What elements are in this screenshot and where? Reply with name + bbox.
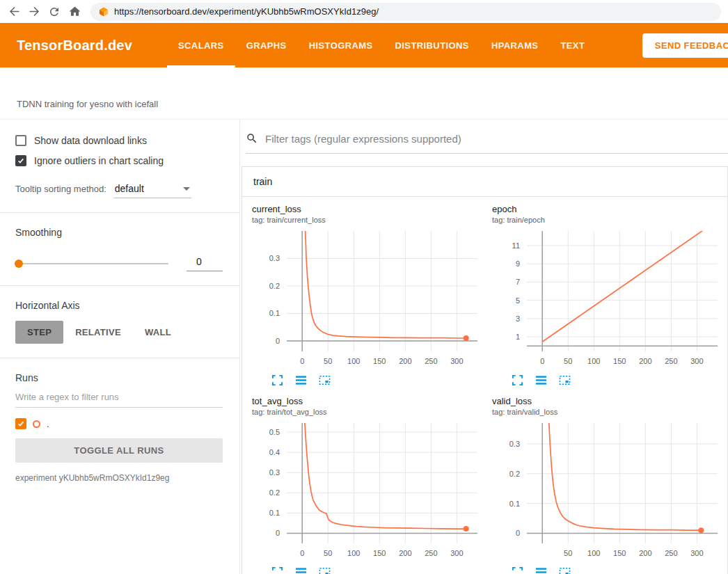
chart-tag: tag: train/tot_avg_loss bbox=[252, 408, 492, 416]
reload-icon[interactable] bbox=[47, 5, 61, 19]
ignore-outliers-row[interactable]: Ignore outliers in chart scaling bbox=[15, 155, 223, 166]
chart-title: epoch bbox=[492, 204, 728, 214]
url-text[interactable]: https://tensorboard.dev/experiment/yKUbh… bbox=[114, 6, 379, 17]
slider-thumb[interactable] bbox=[15, 260, 23, 268]
chart-toolbar bbox=[512, 566, 728, 574]
ignore-outliers-checkbox[interactable] bbox=[15, 155, 26, 166]
svg-text:200: 200 bbox=[399, 549, 411, 557]
svg-text:300: 300 bbox=[450, 357, 463, 365]
show-download-links-label: Show data download links bbox=[34, 135, 147, 146]
axis-step-button[interactable]: STEP bbox=[15, 321, 63, 344]
svg-text:100: 100 bbox=[587, 549, 600, 557]
fit-domain-icon[interactable] bbox=[559, 374, 571, 386]
show-download-links-checkbox[interactable] bbox=[15, 135, 26, 146]
svg-text:1: 1 bbox=[516, 333, 520, 341]
app-header: TensorBoard.dev SCALARS GRAPHS HISTOGRAM… bbox=[0, 23, 728, 67]
train-group-card: train current_loss tag: train/current_lo… bbox=[242, 166, 728, 574]
filter-tags-input[interactable] bbox=[265, 133, 728, 145]
chart-tag: tag: train/valid_loss bbox=[492, 408, 728, 416]
chart-canvas[interactable]: 05010015020025030000.10.20.3 bbox=[252, 227, 492, 372]
back-icon[interactable] bbox=[7, 5, 21, 19]
home-icon[interactable] bbox=[68, 5, 81, 19]
svg-text:0: 0 bbox=[300, 357, 304, 365]
address-bar[interactable]: https://tensorboard.dev/experiment/yKUbh… bbox=[90, 3, 721, 21]
svg-text:0.3: 0.3 bbox=[269, 254, 280, 262]
axis-wall-button[interactable]: WALL bbox=[133, 321, 183, 344]
chart-toolbar bbox=[271, 374, 492, 386]
smoothing-slider[interactable] bbox=[15, 263, 168, 264]
settings-sidebar: Show data download links Ignore outliers… bbox=[0, 120, 240, 574]
svg-text:200: 200 bbox=[639, 549, 651, 557]
svg-text:0: 0 bbox=[276, 529, 280, 537]
axis-relative-button[interactable]: RELATIVE bbox=[63, 321, 133, 344]
svg-text:0.3: 0.3 bbox=[269, 468, 280, 477]
content: Show data download links Ignore outliers… bbox=[0, 119, 728, 574]
expand-chart-icon[interactable] bbox=[512, 566, 523, 574]
run-name: . bbox=[47, 419, 49, 429]
svg-text:250: 250 bbox=[425, 357, 437, 365]
fit-domain-icon[interactable] bbox=[319, 374, 331, 386]
svg-text:100: 100 bbox=[587, 357, 600, 365]
svg-text:0.2: 0.2 bbox=[269, 282, 280, 290]
tab-hparams[interactable]: HPARAMS bbox=[480, 23, 550, 67]
expand-chart-icon[interactable] bbox=[271, 566, 283, 574]
horizontal-axis-label: Horizontal Axis bbox=[15, 300, 223, 311]
chevron-down-icon bbox=[183, 187, 190, 191]
svg-text:100: 100 bbox=[347, 549, 360, 557]
run-color-swatch bbox=[33, 420, 40, 428]
show-download-links-row[interactable]: Show data download links bbox=[15, 135, 223, 146]
svg-text:150: 150 bbox=[613, 549, 626, 557]
tab-scalars[interactable]: SCALARS bbox=[167, 23, 235, 67]
tab-graphs[interactable]: GRAPHS bbox=[235, 23, 298, 67]
filter-tags-row bbox=[246, 128, 728, 154]
tooltip-sorting-dropdown[interactable]: default bbox=[113, 183, 191, 198]
forward-icon[interactable] bbox=[27, 5, 41, 19]
toggle-all-runs-button[interactable]: TOGGLE ALL RUNS bbox=[15, 438, 223, 463]
check-icon bbox=[17, 420, 25, 428]
runs-label: Runs bbox=[15, 372, 223, 383]
data-series-icon[interactable] bbox=[295, 566, 307, 574]
data-series-icon[interactable] bbox=[295, 374, 307, 386]
search-icon bbox=[246, 132, 258, 145]
svg-text:200: 200 bbox=[639, 357, 651, 365]
check-icon bbox=[17, 157, 25, 165]
svg-text:50: 50 bbox=[324, 357, 332, 365]
smoothing-value[interactable]: 0 bbox=[187, 256, 223, 271]
svg-text:50: 50 bbox=[324, 549, 332, 557]
data-series-icon[interactable] bbox=[535, 566, 547, 574]
svg-text:0: 0 bbox=[516, 529, 520, 537]
svg-text:11: 11 bbox=[512, 241, 520, 250]
svg-text:5: 5 bbox=[516, 296, 520, 305]
tab-histograms[interactable]: HISTOGRAMS bbox=[298, 23, 384, 67]
chart-block-tot-avg-loss: tot_avg_loss tag: train/tot_avg_loss 050… bbox=[252, 396, 492, 574]
chart-canvas[interactable]: 05010015020025030000.10.20.30.40.5 bbox=[252, 419, 492, 564]
fit-domain-icon[interactable] bbox=[319, 566, 331, 574]
run-checkbox[interactable] bbox=[15, 418, 26, 429]
svg-text:50: 50 bbox=[564, 549, 572, 557]
runs-filter-input[interactable] bbox=[15, 388, 223, 408]
chart-block-epoch: epoch tag: train/epoch 05010015020025030… bbox=[492, 204, 728, 389]
svg-text:300: 300 bbox=[690, 357, 703, 365]
expand-chart-icon[interactable] bbox=[512, 374, 523, 386]
tab-distributions[interactable]: DISTRIBUTIONS bbox=[384, 23, 480, 67]
chart-toolbar bbox=[512, 374, 728, 386]
chart-tag: tag: train/current_loss bbox=[252, 216, 492, 224]
chart-canvas[interactable]: 5010015020025030000.10.20.3 bbox=[492, 419, 728, 564]
chart-title: tot_avg_loss bbox=[252, 396, 492, 406]
chart-canvas[interactable]: 0501001502002503001357911 bbox=[492, 227, 728, 372]
svg-text:0.3: 0.3 bbox=[509, 440, 520, 448]
train-group-header[interactable]: train bbox=[242, 167, 727, 197]
send-feedback-button[interactable]: SEND FEEDBACK bbox=[642, 33, 728, 58]
svg-text:0.2: 0.2 bbox=[509, 470, 520, 478]
run-row[interactable]: . bbox=[15, 418, 223, 429]
tab-text[interactable]: TEXT bbox=[549, 23, 596, 67]
svg-text:50: 50 bbox=[564, 357, 572, 365]
chart-title: valid_loss bbox=[492, 396, 728, 406]
svg-text:0: 0 bbox=[300, 549, 304, 557]
expand-chart-icon[interactable] bbox=[271, 374, 283, 386]
data-series-icon[interactable] bbox=[535, 374, 547, 386]
fit-domain-icon[interactable] bbox=[559, 566, 571, 574]
browser-toolbar: https://tensorboard.dev/experiment/yKUbh… bbox=[0, 0, 728, 23]
svg-text:300: 300 bbox=[690, 549, 703, 557]
axis-button-group: STEP RELATIVE WALL bbox=[15, 321, 223, 344]
